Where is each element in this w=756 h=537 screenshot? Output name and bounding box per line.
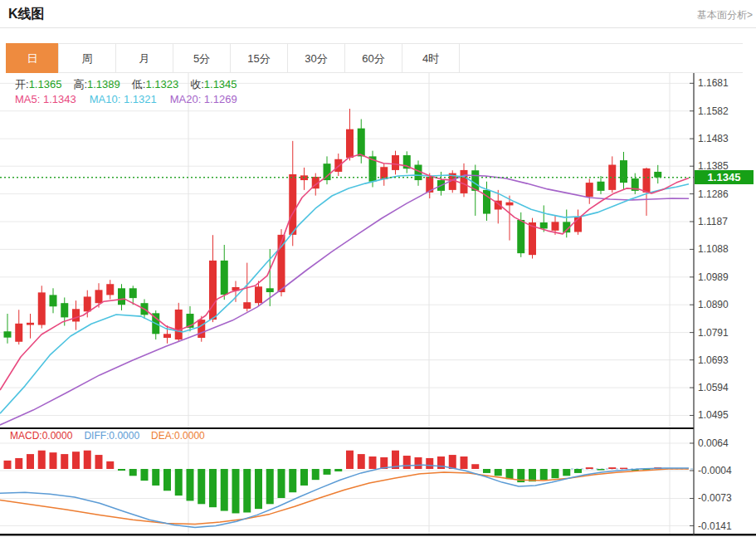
y-axis-label: 1.0495: [698, 409, 729, 421]
candle-body: [392, 155, 399, 170]
macd-bar: [563, 469, 570, 476]
y-axis-label: 1.1483: [698, 133, 729, 144]
candle-body: [552, 222, 559, 230]
ma-legend: MA5: 1.1343MA10: 1.1321MA20: 1.1269: [15, 93, 251, 105]
candle-body: [506, 203, 514, 206]
close-value: 1.1345: [204, 78, 237, 90]
candle-body: [334, 159, 342, 172]
macd-bar: [426, 458, 433, 469]
macd-bar: [415, 457, 422, 469]
macd-bar: [483, 469, 490, 473]
dea-line: [0, 469, 689, 525]
candle-body: [198, 320, 205, 338]
bottom-border: [0, 534, 756, 536]
ma5-value: MA5: 1.1343: [15, 93, 76, 105]
ma20-value: MA20: 1.1269: [170, 93, 237, 105]
macd-bar: [312, 469, 319, 480]
macd-bar: [209, 469, 217, 507]
candle-body: [4, 331, 12, 337]
candle-body: [243, 302, 251, 309]
candle-body: [540, 222, 548, 228]
open-label: 开:: [15, 78, 29, 90]
macd-bar: [495, 469, 502, 476]
low-value: 1.1323: [145, 78, 178, 90]
macd-bar: [187, 469, 194, 500]
macd-bar: [552, 469, 559, 478]
macd-bar: [608, 467, 616, 469]
macd-bar: [61, 454, 68, 469]
candle-body: [255, 286, 262, 303]
candle-body: [358, 129, 365, 157]
macd-bar: [586, 467, 593, 469]
macd-y-axis-label: -0.0004: [698, 465, 732, 476]
macd-bar: [346, 451, 354, 469]
macd-bar: [369, 456, 377, 469]
macd-bar: [232, 469, 240, 513]
macd-bar: [266, 469, 274, 504]
macd-value: MACD:0.0000: [10, 430, 72, 442]
candle-body: [586, 183, 593, 197]
candle-body: [106, 284, 114, 295]
macd-bar: [300, 469, 308, 486]
diff-value: DIFF:0.0000: [84, 430, 139, 442]
candle-body: [266, 288, 274, 292]
y-axis-label: 1.1286: [698, 188, 729, 200]
y-axis-label: 1.0594: [698, 382, 729, 393]
candle-body: [461, 170, 468, 193]
candle-body: [654, 172, 661, 178]
dea-value: DEA:0.0000: [151, 430, 205, 442]
macd-bar: [574, 469, 582, 473]
candle-body: [15, 324, 22, 342]
macd-legend: MACD:0.0000DIFF:0.0000DEA:0.0000: [10, 430, 217, 442]
ma10-value: MA10: 1.1321: [90, 93, 157, 105]
macd-bar: [95, 455, 103, 469]
macd-bar: [15, 458, 22, 469]
macd-bar: [529, 469, 536, 481]
macd-bar: [221, 469, 228, 511]
macd-bar: [106, 461, 114, 469]
close-label: 收:: [190, 78, 204, 90]
macd-bar: [129, 469, 137, 476]
macd-y-axis-label: 0.0064: [698, 437, 729, 449]
candle-body: [163, 334, 171, 338]
ma10-line: [0, 175, 689, 413]
macd-bar: [461, 456, 468, 469]
macd-bar: [163, 469, 171, 491]
y-axis-label: 1.1681: [698, 77, 729, 89]
macd-bar: [175, 469, 183, 496]
macd-bar: [403, 456, 411, 469]
ohlc-legend: 开:1.1365高:1.1389低:1.1323收:1.1345: [15, 77, 249, 92]
candle-body: [95, 290, 103, 303]
macd-bar: [471, 464, 479, 469]
y-axis-label: 1.1187: [698, 216, 728, 227]
macd-bar: [278, 469, 285, 498]
macd-bar: [27, 454, 34, 469]
macd-y-axis-label: -0.0141: [698, 520, 732, 532]
macd-bar: [72, 452, 80, 469]
macd-bar: [118, 469, 125, 471]
y-axis-label: 1.0791: [698, 327, 729, 339]
candle-body: [38, 292, 46, 325]
high-value: 1.1389: [87, 78, 120, 90]
candle-body: [61, 303, 68, 317]
candle-body: [209, 261, 217, 320]
macd-bar: [243, 469, 251, 512]
candle-body: [289, 174, 296, 235]
candle-body: [72, 309, 80, 321]
y-axis-label: 1.0890: [698, 299, 729, 310]
low-label: 低:: [132, 78, 146, 90]
diff-line: [0, 465, 689, 527]
current-price-badge: 1.1345: [695, 170, 754, 184]
candle-body: [84, 296, 91, 311]
candle-body: [517, 220, 524, 253]
candle-body: [221, 261, 228, 295]
macd-bar: [620, 468, 627, 469]
macd-bar: [141, 469, 149, 481]
candle-body: [346, 129, 354, 158]
candle-body: [118, 288, 125, 305]
macd-bar: [358, 454, 365, 469]
macd-bar: [255, 469, 262, 509]
candle-body: [175, 310, 183, 339]
macd-bar: [324, 469, 331, 475]
candle-body: [50, 295, 57, 306]
